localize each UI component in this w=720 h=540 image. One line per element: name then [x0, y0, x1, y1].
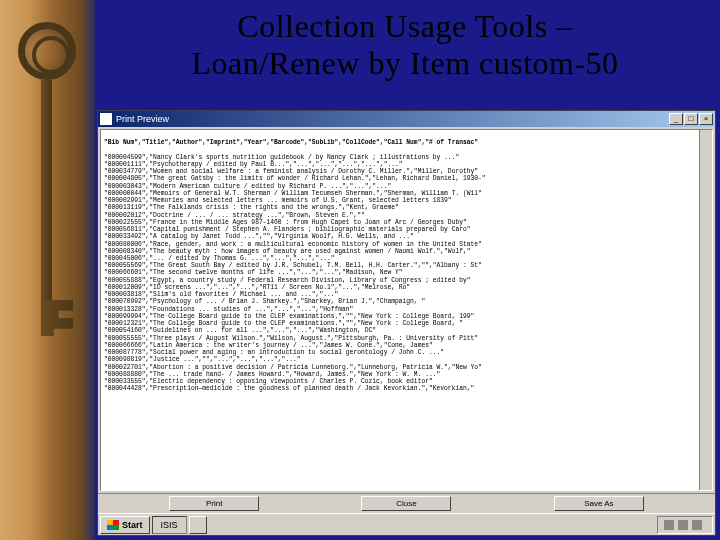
title-line-1: Collection Usage Tools –: [237, 8, 572, 44]
slide-root: Collection Usage Tools – Loan/Renew by I…: [0, 0, 720, 540]
taskbar: Start ISIS: [98, 513, 715, 535]
save-as-button[interactable]: Save As: [554, 496, 644, 511]
tray-icon: [692, 520, 702, 530]
close-preview-button[interactable]: Close: [361, 496, 451, 511]
print-preview-window: Print Preview _ □ × "Bib Num","Title","A…: [97, 110, 716, 536]
key-background: [0, 0, 95, 540]
window-title: Print Preview: [116, 114, 169, 124]
system-tray[interactable]: [657, 516, 713, 534]
key-icon: [18, 22, 76, 336]
title-line-2: Loan/Renew by Item custom-50: [191, 45, 618, 81]
report-rows: "000004599","Nancy Clark's sports nutrit…: [104, 154, 486, 393]
taskbar-item-label: ISIS: [161, 520, 178, 530]
windows-flag-icon: [107, 520, 119, 530]
slide-title: Collection Usage Tools – Loan/Renew by I…: [0, 0, 720, 82]
tray-icon: [678, 520, 688, 530]
report-header-row: "Bib Num","Title","Author","Imprint","Ye…: [104, 139, 478, 146]
window-button-bar: Print Close Save As: [98, 493, 715, 513]
minimize-button[interactable]: _: [669, 113, 683, 125]
window-titlebar[interactable]: Print Preview _ □ ×: [98, 111, 715, 127]
maximize-button[interactable]: □: [684, 113, 698, 125]
close-button[interactable]: ×: [699, 113, 713, 125]
report-content[interactable]: "Bib Num","Title","Author","Imprint","Ye…: [100, 129, 713, 491]
print-button[interactable]: Print: [169, 496, 259, 511]
tray-icon: [664, 520, 674, 530]
app-icon: [100, 113, 112, 125]
start-label: Start: [122, 520, 143, 530]
start-button[interactable]: Start: [100, 516, 150, 534]
vertical-scrollbar[interactable]: [699, 130, 712, 490]
taskbar-item-2[interactable]: [189, 516, 207, 534]
taskbar-item-isis[interactable]: ISIS: [152, 516, 187, 534]
